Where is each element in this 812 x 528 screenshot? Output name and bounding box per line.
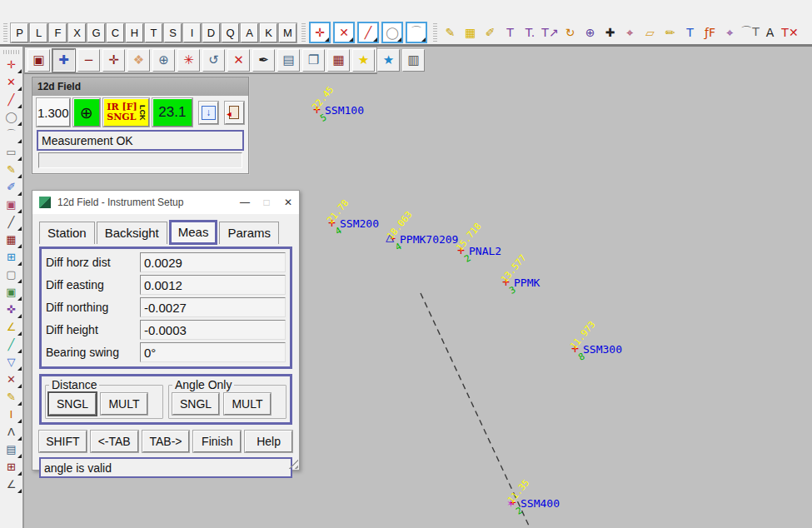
field-panel-titlebar[interactable]: 12d Field	[32, 77, 248, 96]
arc-snap-icon[interactable]: ⌒	[406, 22, 427, 43]
nav-button[interactable]: Help	[245, 431, 292, 452]
toolbar-grip[interactable]	[3, 23, 7, 42]
maximize-button[interactable]: □	[256, 191, 277, 214]
line-snap-icon[interactable]: ╱	[357, 22, 379, 43]
target-lock-button[interactable]: ⊕	[73, 98, 100, 127]
text-dot-icon[interactable]: T.	[521, 22, 540, 42]
letter-button[interactable]: A	[241, 23, 258, 42]
pan-icon[interactable]: ❖	[127, 49, 150, 72]
box-move-icon[interactable]: ⊞	[2, 458, 22, 476]
line-snap-icon[interactable]: ╱	[2, 91, 22, 108]
letter-button[interactable]: F	[49, 23, 67, 42]
text-colour-icon[interactable]: T	[680, 22, 700, 42]
dialog-tab[interactable]: Station	[39, 222, 95, 244]
edit-pencil-icon[interactable]: ✐	[2, 178, 22, 196]
text-style-icon[interactable]: T	[501, 22, 520, 42]
target-height-button[interactable]: 1.300	[37, 98, 70, 127]
rotate-text-icon[interactable]: ↻	[560, 22, 580, 42]
letter-button[interactable]: T	[145, 23, 162, 42]
nav-button[interactable]: <-TAB	[91, 431, 138, 452]
translate-point-icon[interactable]: ⌖	[620, 22, 640, 42]
arc-snap-icon[interactable]: ⌒	[2, 126, 22, 143]
sheet-grid-icon[interactable]: ▦	[327, 49, 350, 72]
field-value-input[interactable]: -0.0027	[140, 297, 286, 317]
box-snap-icon[interactable]: ▭	[2, 143, 22, 161]
intersection-snap-icon[interactable]: ✕	[333, 22, 355, 43]
dialog-tab[interactable]: Params	[219, 222, 279, 244]
pane-layout-icon[interactable]: ▥	[402, 49, 425, 72]
zoom-in-icon[interactable]: ✚	[52, 49, 75, 72]
note-pencil-icon[interactable]: ▤	[2, 441, 22, 458]
letter-button[interactable]: D	[202, 23, 220, 42]
delete-text-icon[interactable]: T✕	[780, 22, 800, 42]
zoom-centre-icon[interactable]: ✳	[177, 49, 200, 72]
measure-mode-button[interactable]: IR [F] SNGL LCK	[103, 98, 149, 127]
letter-button[interactable]: L	[30, 23, 47, 42]
zoom-out-icon[interactable]: −	[77, 49, 100, 72]
circle-snap-icon[interactable]: ◯	[381, 22, 403, 43]
distance-sngl-button[interactable]: SNGL	[49, 393, 96, 415]
window-plus-icon[interactable]: ⊞	[2, 248, 22, 266]
store-point-button[interactable]: ↓	[199, 102, 218, 124]
toolbar-grip[interactable]	[433, 23, 437, 42]
exit-button[interactable]: ◄	[225, 102, 244, 124]
letter-button[interactable]: Q	[222, 23, 239, 42]
angle-mult-button[interactable]: MULT	[224, 393, 271, 415]
dialog-titlebar[interactable]: 12d Field - Instrument Setup — □ ✕	[32, 191, 299, 214]
grid-sheet-icon[interactable]: ▦	[2, 231, 22, 248]
rotate-view-icon[interactable]: ⊕	[580, 22, 600, 42]
shield-polygon-icon[interactable]: ▽	[2, 353, 22, 371]
point-snap-icon[interactable]: ✛	[2, 56, 22, 73]
create-text-icon[interactable]: ✎	[441, 22, 460, 42]
dialog-tab[interactable]: Meas	[169, 220, 218, 245]
compass-icon[interactable]: Λ	[2, 423, 22, 441]
distance-mult-button[interactable]: MULT	[101, 393, 147, 415]
minimize-button[interactable]: —	[234, 191, 256, 214]
polygon-icon[interactable]: ▢	[2, 266, 22, 283]
point-edit-icon[interactable]: ▣	[2, 196, 22, 213]
edit-text-icon[interactable]: ✐	[481, 22, 500, 42]
angle-line-icon[interactable]: ∠	[2, 476, 22, 493]
nav-button[interactable]: SHIFT	[39, 431, 87, 452]
toolbar-grip[interactable]	[301, 23, 306, 42]
letter-button[interactable]: K	[260, 23, 277, 42]
zoom-window-icon[interactable]: ⊕	[152, 49, 175, 72]
zoom-previous-icon[interactable]: ↺	[202, 49, 225, 72]
print-icon[interactable]: ▤	[277, 49, 300, 72]
dialog-tab[interactable]: Backsight	[97, 222, 167, 244]
plot-windows-icon[interactable]: ▣	[27, 49, 50, 72]
sketch-text-icon[interactable]: ✏	[660, 22, 680, 42]
bearing-measure-icon[interactable]: ╱	[2, 213, 22, 231]
letter-button[interactable]: H	[126, 23, 143, 42]
letter-button[interactable]: I	[183, 23, 201, 42]
zoom-extents-icon[interactable]: ✛	[102, 49, 125, 72]
favourites-star-icon[interactable]: ★	[352, 49, 375, 72]
letter-button[interactable]: P	[11, 23, 28, 42]
image-icon[interactable]: ▣	[2, 283, 22, 301]
letter-button[interactable]: C	[107, 23, 124, 42]
brush-icon[interactable]: ✒	[252, 49, 275, 72]
angle-sngl-button[interactable]: SNGL	[172, 393, 219, 415]
angle-pencil-icon[interactable]: ∠	[2, 318, 22, 336]
delete-point-icon[interactable]: ✕	[2, 371, 22, 388]
ruler-icon[interactable]: ▱	[640, 22, 660, 42]
field-value-input[interactable]: -0.0003	[140, 320, 286, 340]
annotate-icon[interactable]: A	[760, 22, 780, 42]
create-text-icon[interactable]: ✎	[2, 161, 22, 178]
text-on-arc-icon[interactable]: ⌒T	[740, 22, 760, 42]
move-icon[interactable]: ✜	[2, 301, 22, 318]
move-icon[interactable]: ✚	[600, 22, 620, 42]
move-text-icon[interactable]: T↗	[541, 22, 560, 42]
field-value-input[interactable]: 0.0012	[140, 275, 286, 295]
paste-text-icon[interactable]: ▦	[461, 22, 480, 42]
text-cursor-icon[interactable]: I	[2, 406, 22, 423]
toolbar-grip[interactable]	[3, 50, 20, 54]
nav-button[interactable]: TAB->	[142, 431, 190, 452]
circle-snap-icon[interactable]: ◯	[2, 108, 22, 126]
copy-pages-icon[interactable]: ❐	[302, 49, 325, 72]
intersection-snap-icon[interactable]: ✕	[2, 73, 22, 91]
font-icon[interactable]: ƒF	[700, 22, 720, 42]
field-value-input[interactable]: 0.0029	[140, 252, 286, 272]
snap-star-icon[interactable]: ★	[377, 49, 400, 72]
close-button[interactable]: ✕	[277, 191, 299, 214]
